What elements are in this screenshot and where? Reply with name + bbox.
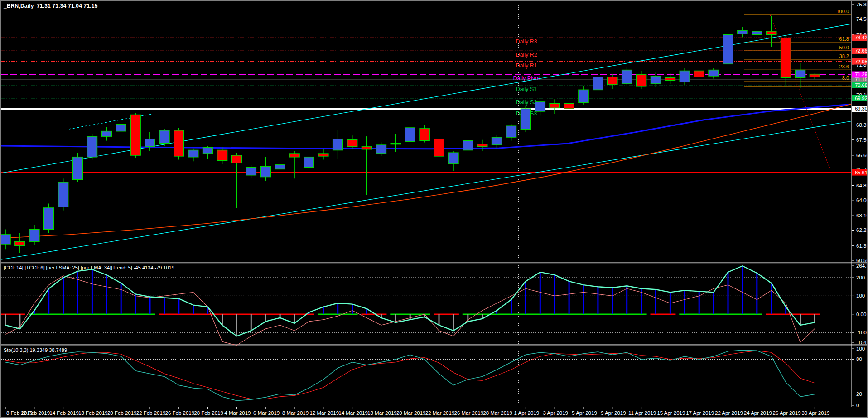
date-tick-label[interactable]: 15 Apr 2019: [657, 410, 685, 416]
cci-axis-label: 264.3918: [856, 263, 867, 269]
pivot-price-badge-text: 69.92: [855, 96, 867, 101]
price-tick-label: 68.35: [856, 122, 867, 128]
line-price-badge: 65.61: [852, 169, 867, 176]
date-tick-label[interactable]: 26 Apr 2019: [773, 410, 801, 416]
stoch-axis-label: 0: [856, 403, 859, 408]
date-tick-label[interactable]: 6 Mar 2019: [253, 410, 280, 416]
cci-axis-label: 100: [856, 293, 865, 298]
price-tick-label: 64.00: [856, 197, 867, 203]
candle-13-Feb-2019[interactable]: [44, 203, 54, 233]
date-tick-label[interactable]: 30 Apr 2019: [801, 410, 829, 416]
candle-25-Feb-2019[interactable]: [159, 129, 169, 146]
pivot-label: Daily S1: [516, 86, 537, 92]
price-tick-label: 63.10: [856, 213, 867, 218]
price-tick-label: 64.85: [856, 183, 867, 188]
date-tick-label[interactable]: 24 Apr 2019: [744, 410, 772, 416]
date-tick-label[interactable]: 3 Apr 2019: [543, 410, 568, 416]
pivot-price-badge: 69.92: [852, 95, 867, 101]
pivot-price-badge-text: 73.42: [855, 35, 867, 40]
pivot-price-badge: 71.29: [852, 71, 867, 77]
candle-1-Apr-2019[interactable]: [521, 106, 530, 132]
price-tick-label: 67.50: [856, 137, 867, 143]
date-tick-label[interactable]: 8 Mar 2019: [282, 410, 309, 416]
pivot-price-badge: 72.05: [852, 58, 867, 65]
date-tick-label[interactable]: 4 Mar 2019: [224, 410, 251, 416]
chart-window: 75.3574.5073.6072.7071.8571.0070.1069.20…: [0, 0, 868, 418]
date-tick-label[interactable]: 17 Apr 2019: [686, 410, 714, 416]
pivot-label: Daily R1: [516, 62, 537, 69]
price-chart-canvas[interactable]: 75.3574.5073.6072.7071.8571.0070.1069.20…: [1, 1, 867, 417]
cci-axis-label: -154.110: [856, 340, 867, 345]
pivot-price-badge-text: 72.05: [855, 59, 867, 64]
stochastic-indicator-label: Sto(10,3,3) 19.3349 38.7489: [4, 347, 67, 353]
fib-level-label: 50.0: [839, 45, 849, 50]
fib-level-label: 23.6: [839, 64, 849, 69]
date-tick-label[interactable]: 14 Mar 2019: [338, 410, 368, 416]
candle-22-Mar-2019[interactable]: [434, 137, 444, 159]
date-tick-label[interactable]: 18 Feb 2019: [78, 410, 108, 416]
date-tick-label[interactable]: 12 Mar 2019: [310, 410, 339, 416]
pivot-price-badge: 70.68: [852, 82, 867, 88]
line-price-badge: 69.30: [852, 106, 867, 112]
pivot-label: Daily R3: [516, 38, 537, 45]
pivot-price-badge-text: 70.68: [855, 82, 867, 88]
stoch-axis-label: 20: [856, 391, 862, 397]
candle-22-Apr-2019[interactable]: [723, 32, 733, 66]
cci-indicator-label: [CCI: 14] [TCCI: 6] [per LSMA: 25] [per …: [4, 265, 174, 270]
price-tick-label: 60.50: [856, 258, 867, 263]
date-tick-label[interactable]: 5 Apr 2019: [572, 410, 597, 416]
price-tick-label: 61.35: [856, 243, 867, 249]
stoch-axis-label: 80: [856, 356, 862, 362]
price-tick-label: 66.60: [856, 153, 867, 158]
pivot-label: Daily R2: [516, 52, 537, 58]
symbol-period-label: _BRN,Daily: [4, 3, 34, 9]
date-tick-label[interactable]: 26 Mar 2019: [454, 410, 484, 416]
candle-14-Feb-2019[interactable]: [58, 178, 68, 210]
candle-16-Apr-2019[interactable]: [680, 68, 690, 85]
date-tick-label[interactable]: 9 Apr 2019: [601, 410, 626, 416]
date-tick-label[interactable]: 14 Feb 2019: [49, 410, 79, 416]
fib-level-label: 8.0: [842, 75, 849, 81]
cci-axis-label: -100: [856, 330, 867, 335]
pivot-price-badge: 72.66: [852, 48, 867, 54]
cci-axis-label: 0.00: [856, 312, 866, 317]
candle-21-Feb-2019[interactable]: [130, 113, 140, 158]
stoch-axis-label: 100: [856, 346, 865, 351]
date-tick-label[interactable]: 22 Mar 2019: [425, 410, 455, 416]
date-tick-label[interactable]: 26 Feb 2019: [165, 410, 195, 416]
date-tick-label[interactable]: 22 Feb 2019: [136, 410, 166, 416]
pivot-price-badge: 73.42: [852, 34, 867, 41]
date-tick-label[interactable]: 28 Feb 2019: [194, 410, 223, 416]
price-tick-label: 62.25: [856, 227, 867, 233]
pivot-price-badge-text: 71.29: [855, 72, 867, 77]
cci-axis-label: 200: [856, 275, 865, 280]
price-tick-label: 75.35: [856, 2, 867, 7]
line-price-badge-text: 65.61: [855, 170, 867, 175]
date-tick-label[interactable]: 22 Apr 2019: [715, 410, 743, 416]
ohlc-values: 71.31 71.34 71.04 71.15: [37, 3, 98, 9]
fib-level-label: 100.0: [836, 9, 849, 14]
date-tick-label[interactable]: 1 Apr 2019: [514, 410, 540, 416]
date-tick-label[interactable]: 20 Mar 2019: [396, 410, 426, 416]
price-tick-label: 74.50: [856, 16, 867, 22]
date-tick-label[interactable]: 11 Apr 2019: [628, 410, 656, 416]
candle-18-Feb-2019[interactable]: [87, 134, 97, 159]
candle-15-Feb-2019[interactable]: [73, 153, 83, 182]
date-tick-label[interactable]: 28 Mar 2019: [483, 410, 512, 416]
fib-level-label: 38.2: [839, 53, 849, 59]
chart-title: _BRN,Daily 71.31 71.34 71.04 71.15: [4, 3, 98, 9]
date-tick-label[interactable]: 18 Mar 2019: [367, 410, 397, 416]
pivot-price-badge-text: 72.66: [855, 48, 867, 53]
line-price-badge-text: 69.30: [855, 106, 867, 111]
pivot-label: Daily S2: [516, 99, 537, 106]
date-tick-label[interactable]: 20 Feb 2019: [107, 410, 137, 416]
fib-level-label: 61.8: [839, 36, 849, 42]
date-tick-label[interactable]: 12 Feb 2019: [21, 410, 50, 416]
candle-26-Feb-2019[interactable]: [174, 128, 184, 159]
